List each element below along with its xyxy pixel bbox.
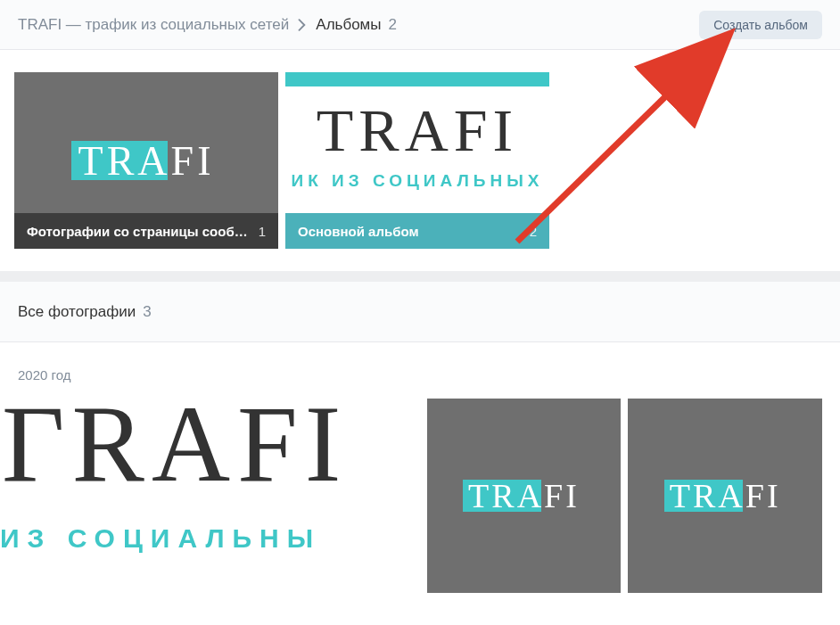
breadcrumb-current: Альбомы (316, 16, 381, 34)
album-count: 1 (259, 224, 266, 239)
album-title: Основной альбом (298, 224, 418, 239)
logo-subtext: ИК ИЗ СОЦИАЛЬНЫХ (285, 171, 549, 191)
breadcrumb-count: 2 (389, 16, 397, 34)
teal-strip-icon (285, 72, 549, 86)
photo-grid: ГRAFI ИЗ СОЦИАЛЬНЫ TRAFI TRAFI (0, 399, 822, 593)
trafi-logo-icon: TRAFI (670, 476, 781, 515)
year-section: 2020 год ГRAFI ИЗ СОЦИАЛЬНЫ TRAFI TRAFI (0, 342, 840, 607)
chevron-right-icon (298, 19, 307, 31)
all-photos-header: Все фотографии 3 (0, 282, 840, 342)
all-photos-count: 3 (143, 303, 151, 321)
album-card[interactable]: TRAFI Фотографии со страницы сообщ… 1 (14, 72, 278, 249)
photo-item[interactable]: TRAFI (427, 399, 622, 593)
photo-logo-text: ГRAFI (2, 399, 420, 498)
logo-text: TRAFI (468, 477, 580, 514)
breadcrumb-root[interactable]: TRAFI — трафик из социальных сетей (18, 16, 289, 34)
section-divider (0, 271, 840, 282)
create-album-button[interactable]: Создать альбом (699, 11, 822, 39)
logo-text: TRAFI (78, 138, 215, 184)
photo-logo-subtext: ИЗ СОЦИАЛЬНЫ (0, 523, 420, 554)
logo-text: TRAFI (670, 477, 781, 514)
year-label: 2020 год (18, 367, 822, 382)
breadcrumb: TRAFI — трафик из социальных сетей Альбо… (18, 16, 397, 34)
albums-row: TRAFI Фотографии со страницы сообщ… 1 TR… (0, 50, 840, 271)
photo-item[interactable]: ГRAFI ИЗ СОЦИАЛЬНЫ (0, 399, 420, 593)
album-count: 2 (530, 224, 537, 239)
album-card[interactable]: TRAFI ИК ИЗ СОЦИАЛЬНЫХ Основной альбом 2 (285, 72, 549, 249)
album-footer: Фотографии со страницы сообщ… 1 (14, 213, 278, 249)
header-bar: TRAFI — трафик из социальных сетей Альбо… (0, 0, 840, 50)
trafi-logo-icon: TRAFI (78, 137, 215, 185)
trafi-logo-icon: TRAFI (468, 476, 580, 515)
logo-text-large: TRAFI (285, 95, 549, 166)
all-photos-title: Все фотографии (18, 303, 136, 321)
album-footer: Основной альбом 2 (285, 213, 549, 249)
photo-item[interactable]: TRAFI (628, 399, 822, 593)
album-title: Фотографии со страницы сообщ… (27, 224, 251, 239)
